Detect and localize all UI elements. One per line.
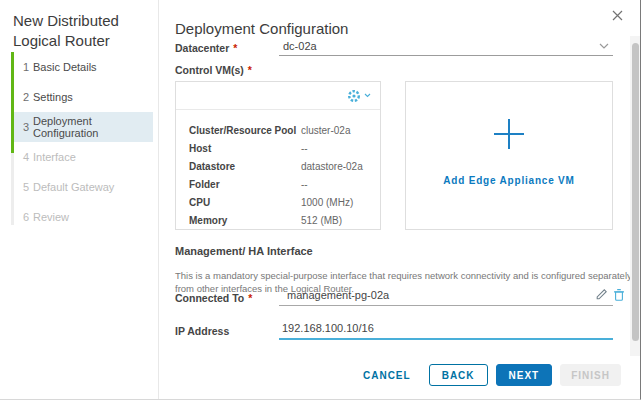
step-content-panel: Deployment Configuration Datacenter* dc-… — [160, 0, 640, 399]
step-number: 1 — [14, 61, 33, 73]
step-deployment-configuration[interactable]: 3 Deployment Configuration — [14, 112, 153, 142]
vm-detail-row: Host -- — [189, 139, 367, 157]
vm-detail-row: Datastore datastore-02a — [189, 157, 367, 175]
connected-to-actions — [596, 288, 625, 301]
vm-detail-row: Cluster/Resource Pool cluster-02a — [189, 121, 367, 139]
wizard-sidebar: New Distributed Logical Router 1 Basic D… — [0, 0, 159, 399]
add-edge-appliance-vm-button[interactable]: Add Edge Appliance VM — [405, 81, 613, 230]
chevron-down-icon — [364, 93, 371, 98]
step-label: Review — [33, 211, 69, 223]
required-marker: * — [248, 292, 252, 304]
vm-detail-row: Memory 512 (MB) — [189, 211, 367, 229]
step-number: 4 — [14, 151, 33, 163]
step-basic-details[interactable]: 1 Basic Details — [14, 52, 153, 82]
step-label: Settings — [33, 91, 73, 103]
step-interface: 4 Interface — [14, 142, 153, 172]
chevron-down-icon — [599, 43, 609, 49]
step-number: 5 — [14, 181, 33, 193]
step-label: Default Gateway — [33, 181, 114, 193]
required-marker: * — [233, 42, 237, 54]
connected-to-label: Connected To* — [175, 292, 252, 304]
ip-address-label: IP Address — [175, 325, 229, 337]
control-vms-label: Control VM(s)* — [175, 64, 252, 76]
datacenter-selected-value: dc-02a — [283, 40, 317, 52]
plus-icon — [490, 115, 528, 153]
wizard-footer: CANCEL BACK NEXT FINISH — [353, 364, 621, 386]
wizard-steps: 1 Basic Details 2 Settings 3 Deployment … — [11, 52, 153, 232]
new-dlr-wizard-dialog: New Distributed Logical Router 1 Basic D… — [0, 0, 641, 400]
next-button[interactable]: NEXT — [496, 364, 553, 386]
close-icon[interactable] — [609, 9, 625, 25]
step-label: Basic Details — [33, 61, 97, 73]
steps-progress-bar-remaining — [11, 153, 14, 225]
step-review: 6 Review — [14, 202, 153, 232]
ha-interface-heading: Management/ HA Interface — [175, 245, 313, 257]
delete-trash-icon[interactable] — [613, 288, 625, 301]
step-label: Deployment Configuration — [33, 115, 153, 139]
vertical-scrollbar-thumb[interactable] — [632, 43, 639, 341]
vm-detail-row: CPU 1000 (MHz) — [189, 193, 367, 211]
dialog-title: New Distributed Logical Router — [13, 11, 139, 50]
step-number: 2 — [14, 91, 33, 103]
step-label: Interface — [33, 151, 76, 163]
required-marker: * — [248, 64, 252, 76]
back-button[interactable]: BACK — [429, 364, 488, 386]
vertical-scrollbar-track[interactable] — [630, 36, 640, 356]
ip-address-field[interactable] — [279, 320, 613, 340]
step-number: 3 — [14, 121, 33, 133]
page-title: Deployment Configuration — [175, 20, 348, 37]
step-default-gateway: 5 Default Gateway — [14, 172, 153, 202]
control-vm-card: Cluster/Resource Pool cluster-02a Host -… — [175, 81, 381, 230]
connected-to-field[interactable] — [279, 287, 613, 306]
vm-card-toolbar — [176, 82, 380, 110]
vm-detail-list: Cluster/Resource Pool cluster-02a Host -… — [176, 110, 380, 229]
gear-icon[interactable] — [347, 89, 371, 103]
datacenter-select[interactable]: dc-02a — [279, 36, 613, 56]
datacenter-label: Datacenter* — [175, 42, 237, 54]
vm-detail-row: Folder -- — [189, 175, 367, 193]
finish-button: FINISH — [560, 364, 621, 386]
edit-pencil-icon[interactable] — [596, 288, 608, 301]
add-edge-appliance-vm-label: Add Edge Appliance VM — [443, 175, 574, 186]
step-settings[interactable]: 2 Settings — [14, 82, 153, 112]
step-number: 6 — [14, 211, 33, 223]
cancel-button[interactable]: CANCEL — [353, 364, 421, 386]
steps-progress-bar-completed — [11, 52, 14, 153]
